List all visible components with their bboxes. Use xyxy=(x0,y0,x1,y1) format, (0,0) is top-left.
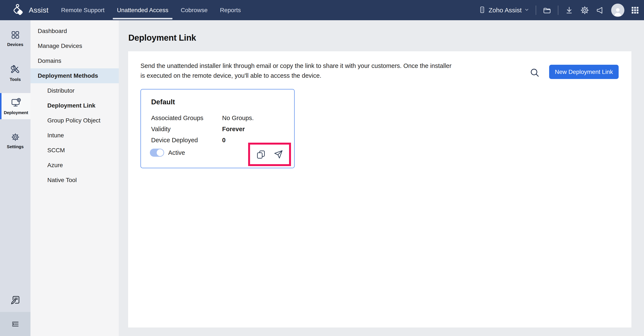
deployment-icon xyxy=(11,97,21,108)
top-nav-tabs: Remote Support Unattended Access Cobrows… xyxy=(55,0,247,20)
chevron-down-icon xyxy=(524,7,529,13)
sidebar-item-deployment-link[interactable]: Deployment Link xyxy=(30,98,119,113)
tab-unattended-access[interactable]: Unattended Access xyxy=(111,0,174,20)
rail-item-label: Deployment xyxy=(4,110,28,115)
topbar: Assist Remote Support Unattended Access … xyxy=(0,0,644,20)
feedback-note-icon[interactable] xyxy=(0,295,30,305)
card-title: Default xyxy=(151,98,175,106)
tab-cobrowse[interactable]: Cobrowse xyxy=(174,0,214,20)
settings-icon xyxy=(11,133,20,143)
new-deployment-link-button[interactable]: New Deployment Link xyxy=(549,65,619,79)
sidebar: Dashboard Manage Devices Domains Deploym… xyxy=(30,20,119,336)
rail-bottom-strip xyxy=(0,312,30,336)
sidebar-list: Dashboard Manage Devices Domains Deploym… xyxy=(30,24,119,187)
rail-item-label: Devices xyxy=(7,42,24,47)
active-toggle-row: Active xyxy=(150,149,185,157)
card-row-value: No Groups. xyxy=(222,115,254,122)
left-rail: Devices Tools xyxy=(0,20,30,336)
topbar-right: Zoho Assist xyxy=(478,4,639,17)
megaphone-icon[interactable] xyxy=(596,6,605,15)
avatar[interactable] xyxy=(611,4,624,17)
tab-remote-support[interactable]: Remote Support xyxy=(55,0,111,20)
collapse-sidebar-icon[interactable] xyxy=(11,320,20,328)
tab-reports[interactable]: Reports xyxy=(214,0,247,20)
devices-icon xyxy=(11,30,20,40)
org-name: Zoho Assist xyxy=(488,6,522,14)
panel-description: Send the unattended installer link throu… xyxy=(140,61,456,80)
deployment-link-panel: Send the unattended installer link throu… xyxy=(128,51,632,328)
card-row-label: Device Deployed xyxy=(151,137,222,144)
annotation-highlight-box xyxy=(248,143,291,166)
card-row: Associated Groups No Groups. xyxy=(151,115,283,122)
rail-item-label: Tools xyxy=(10,77,21,82)
main-content: Deployment Link Send the unattended inst… xyxy=(119,20,644,336)
sidebar-item-intune[interactable]: Intune xyxy=(30,128,119,143)
sidebar-item-sccm[interactable]: SCCM xyxy=(30,143,119,158)
active-toggle[interactable] xyxy=(150,149,164,157)
rail-item-devices[interactable]: Devices xyxy=(0,30,30,47)
sidebar-item-domains[interactable]: Domains xyxy=(30,53,119,68)
deployment-link-card: Default Associated Groups No Groups. Val… xyxy=(140,89,294,168)
toggle-knob xyxy=(157,149,164,156)
card-row-value: 0 xyxy=(222,137,226,144)
brand-name: Assist xyxy=(29,6,48,14)
copy-icon[interactable] xyxy=(256,150,266,159)
download-icon[interactable] xyxy=(565,6,574,15)
topbar-divider xyxy=(536,5,536,15)
organization-icon xyxy=(478,5,486,15)
card-row-label: Validity xyxy=(151,126,222,133)
sidebar-item-deployment-methods[interactable]: Deployment Methods xyxy=(30,68,119,83)
rail-item-label: Settings xyxy=(7,144,24,149)
rail-item-tools[interactable]: Tools xyxy=(0,65,30,82)
send-icon[interactable] xyxy=(274,150,283,159)
folder-icon[interactable] xyxy=(542,6,552,15)
sidebar-item-manage-devices[interactable]: Manage Devices xyxy=(30,38,119,53)
sidebar-item-native-tool[interactable]: Native Tool xyxy=(30,173,119,187)
gear-icon[interactable] xyxy=(580,5,590,15)
apps-grid-icon[interactable] xyxy=(631,6,639,14)
topbar-divider xyxy=(558,5,558,15)
rail-item-deployment[interactable]: Deployment xyxy=(0,93,30,119)
page-title: Deployment Link xyxy=(128,33,196,43)
card-row: Validity Forever xyxy=(151,126,283,133)
sidebar-item-distributor[interactable]: Distributor xyxy=(30,83,119,98)
sidebar-item-azure[interactable]: Azure xyxy=(30,158,119,173)
assist-logo[interactable]: Assist xyxy=(12,4,48,17)
sidebar-item-group-policy-object[interactable]: Group Policy Object xyxy=(30,113,119,128)
toggle-label: Active xyxy=(168,149,185,156)
org-switcher[interactable]: Zoho Assist xyxy=(478,5,529,15)
rail-item-settings[interactable]: Settings xyxy=(0,133,30,149)
card-row-value: Forever xyxy=(222,126,245,133)
app-root: Assist Remote Support Unattended Access … xyxy=(0,0,644,336)
card-row-label: Associated Groups xyxy=(151,115,222,122)
assist-logo-icon xyxy=(12,4,25,17)
search-icon[interactable] xyxy=(530,68,540,78)
sidebar-item-dashboard[interactable]: Dashboard xyxy=(30,24,119,38)
tools-icon xyxy=(11,65,20,75)
